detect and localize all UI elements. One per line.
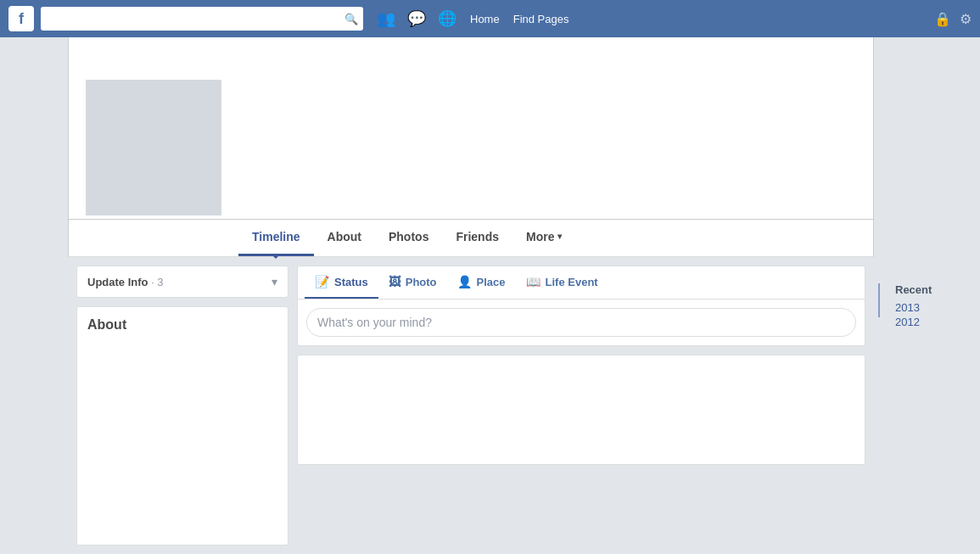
post-tab-place[interactable]: 👤 Place [447, 266, 516, 299]
right-panel: Recent 2013 2012 [874, 37, 980, 554]
facebook-logo: f [8, 6, 34, 31]
left-column: Update Info · 3 ▾ About [76, 266, 288, 546]
update-info-title: Update Info · 3 [87, 276, 164, 288]
search-input[interactable] [41, 7, 363, 31]
right-column: 📝 Status 🖼 Photo 👤 Place 📖 [297, 266, 865, 546]
friends-icon[interactable]: 👥 [377, 9, 395, 28]
post-tab-photo[interactable]: 🖼 Photo [378, 266, 447, 299]
recent-year-2012[interactable]: 2012 [887, 316, 980, 328]
cover-photo [68, 37, 874, 220]
post-box-empty [297, 355, 865, 465]
recent-label: Recent [887, 283, 980, 296]
find-pages-link[interactable]: Find Pages [513, 13, 569, 25]
recent-year-2013[interactable]: 2013 [887, 301, 980, 314]
profile-picture[interactable] [82, 76, 225, 219]
profile-tabs: Timeline About Photos Friends More ▾ [68, 220, 874, 257]
center-content: Timeline About Photos Friends More ▾ Upd… [68, 37, 874, 554]
update-info-chevron-icon: ▾ [272, 275, 277, 288]
status-icon: 📝 [315, 275, 329, 288]
post-input[interactable]: What's on your mind? [306, 308, 856, 337]
lock-icon[interactable]: 🔒 [934, 11, 951, 27]
nav-icons: 👥 💬 🌐 [377, 9, 456, 28]
nav-right-icons: 🔒 ⚙ [934, 11, 972, 27]
update-info-header[interactable]: Update Info · 3 ▾ [77, 266, 288, 297]
home-link[interactable]: Home [470, 13, 500, 25]
left-sidebar [0, 37, 68, 554]
post-tab-status[interactable]: 📝 Status [305, 266, 378, 299]
post-composer: 📝 Status 🖼 Photo 👤 Place 📖 [297, 266, 865, 346]
main-container: Timeline About Photos Friends More ▾ Upd… [0, 37, 980, 554]
photo-icon: 🖼 [389, 275, 400, 288]
search-wrapper: 🔍 [41, 7, 363, 31]
tab-more[interactable]: More ▾ [512, 219, 575, 256]
tab-friends[interactable]: Friends [442, 219, 512, 256]
recent-section: Recent 2013 2012 [878, 283, 980, 330]
profile-body: Update Info · 3 ▾ About 📝 [68, 257, 874, 554]
about-box: About [76, 306, 288, 546]
post-tabs: 📝 Status 🖼 Photo 👤 Place 📖 [298, 266, 865, 299]
tab-about[interactable]: About [314, 219, 375, 256]
update-info-box: Update Info · 3 ▾ [76, 266, 288, 298]
place-icon: 👤 [457, 275, 472, 288]
nav-links: Home Find Pages [470, 13, 568, 25]
profile-pic-wrapper [82, 76, 225, 219]
about-title: About [87, 317, 277, 333]
recent-divider [878, 283, 880, 317]
update-info-count: · 3 [151, 276, 163, 288]
globe-icon[interactable]: 🌐 [438, 9, 456, 28]
navbar: f 🔍 👥 💬 🌐 Home Find Pages 🔒 ⚙ [0, 0, 980, 37]
post-tab-life-event[interactable]: 📖 Life Event [516, 266, 608, 299]
search-icon: 🔍 [344, 13, 358, 25]
chevron-down-icon: ▾ [557, 232, 562, 241]
tab-timeline[interactable]: Timeline [238, 219, 314, 256]
tab-photos[interactable]: Photos [375, 219, 442, 256]
life-event-icon: 📖 [526, 275, 540, 288]
gear-icon[interactable]: ⚙ [960, 11, 972, 27]
post-input-area: What's on your mind? [298, 299, 865, 345]
messages-icon[interactable]: 💬 [407, 9, 426, 28]
search-button[interactable]: 🔍 [344, 13, 358, 25]
